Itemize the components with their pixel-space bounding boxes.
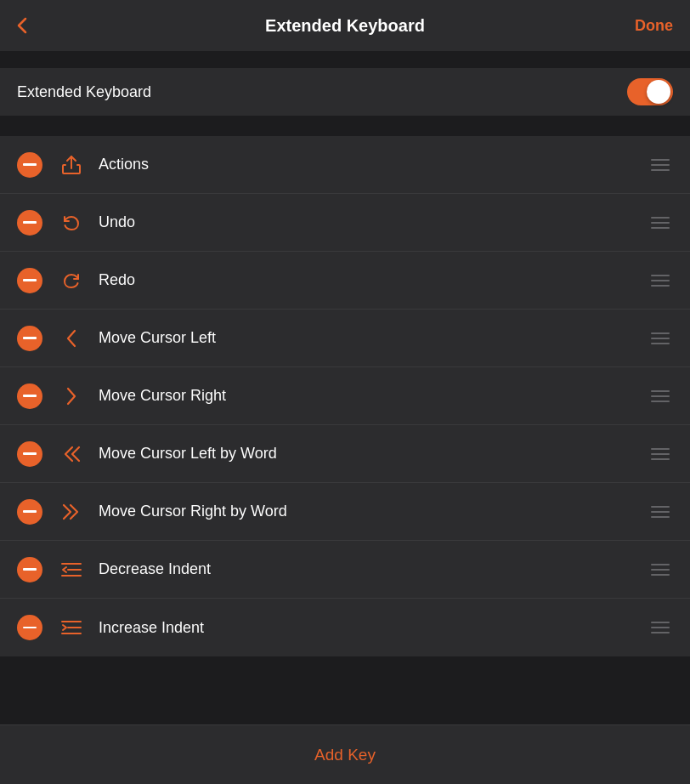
remove-increase-indent-button[interactable] (17, 615, 42, 640)
share-icon (56, 155, 87, 175)
list-item: Decrease Indent (0, 541, 690, 599)
drag-handle-actions[interactable] (648, 156, 673, 174)
remove-actions-button[interactable] (17, 152, 42, 178)
decrease-indent-icon (56, 560, 87, 579)
drag-handle-redo[interactable] (648, 271, 673, 290)
back-button[interactable] (17, 17, 68, 34)
item-label-actions: Actions (99, 156, 648, 173)
header: Extended Keyboard Done (0, 0, 690, 51)
item-label-cursor-left: Move Cursor Left (99, 329, 648, 347)
drag-handle-cursor-right[interactable] (648, 387, 673, 406)
drag-handle-cursor-left-word[interactable] (648, 445, 673, 463)
page-title: Extended Keyboard (68, 16, 622, 36)
remove-cursor-right-word-button[interactable] (17, 499, 42, 525)
drag-handle-undo[interactable] (648, 213, 673, 232)
list-item: Move Cursor Right by Word (0, 483, 690, 541)
list-item: Move Cursor Left (0, 310, 690, 367)
item-label-cursor-right: Move Cursor Right (99, 387, 648, 405)
done-button[interactable]: Done (622, 17, 673, 35)
item-label-cursor-left-word: Move Cursor Left by Word (99, 445, 648, 463)
top-spacer (0, 51, 690, 68)
extended-keyboard-toggle-row: Extended Keyboard (0, 68, 690, 116)
item-label-increase-indent: Increase Indent (99, 619, 648, 637)
item-label-undo: Undo (99, 213, 648, 231)
drag-handle-increase-indent[interactable] (648, 618, 673, 637)
undo-icon (56, 213, 87, 232)
remove-decrease-indent-button[interactable] (17, 557, 42, 582)
chevron-right-icon (56, 387, 87, 406)
redo-icon (56, 271, 87, 290)
mid-spacer (0, 116, 690, 136)
item-label-decrease-indent: Decrease Indent (99, 560, 648, 578)
toggle-label: Extended Keyboard (17, 83, 151, 101)
add-key-button[interactable]: Add Key (314, 746, 376, 764)
list-item: Move Cursor Right (0, 367, 690, 425)
toggle-knob (647, 80, 670, 104)
double-chevron-right-icon (56, 503, 87, 521)
extended-keyboard-toggle[interactable] (627, 78, 673, 105)
drag-handle-decrease-indent[interactable] (648, 560, 673, 579)
item-label-redo: Redo (99, 271, 648, 289)
list-item: Move Cursor Left by Word (0, 425, 690, 483)
list-item: Actions (0, 136, 690, 194)
list-item: Undo (0, 194, 690, 252)
remove-cursor-left-word-button[interactable] (17, 441, 42, 467)
drag-handle-cursor-left[interactable] (648, 329, 673, 348)
bottom-bar: Add Key (0, 724, 690, 784)
remove-cursor-right-button[interactable] (17, 383, 42, 409)
drag-handle-cursor-right-word[interactable] (648, 503, 673, 521)
item-label-cursor-right-word: Move Cursor Right by Word (99, 503, 648, 520)
chevron-left-icon (56, 329, 87, 348)
remove-undo-button[interactable] (17, 210, 42, 236)
remove-cursor-left-button[interactable] (17, 326, 42, 351)
increase-indent-icon (56, 618, 87, 637)
list-item: Increase Indent (0, 599, 690, 656)
keyboard-items-list: Actions Undo Redo (0, 136, 690, 656)
list-item: Redo (0, 252, 690, 310)
double-chevron-left-icon (56, 445, 87, 463)
remove-redo-button[interactable] (17, 268, 42, 293)
